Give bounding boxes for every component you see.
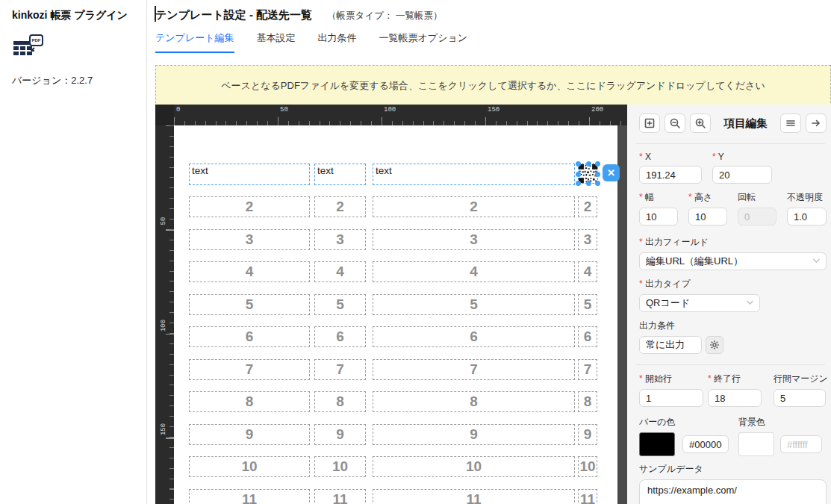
template-item-text-1[interactable]: text: [189, 164, 310, 185]
field-cell-row-2[interactable]: 2: [578, 196, 597, 217]
tab-basic-settings[interactable]: 基本設定: [257, 31, 296, 53]
field-cell-row-8[interactable]: 8: [314, 391, 366, 412]
bar-color-input[interactable]: [682, 435, 729, 453]
field-cell-row-7[interactable]: 7: [189, 359, 310, 380]
template-item-text-2[interactable]: text: [314, 164, 366, 185]
field-cell-row-11[interactable]: 11: [314, 489, 366, 504]
main-area: テンプレート設定 - 配送先一覧 （帳票タイプ： 一覧帳票） テンプレート編集 …: [148, 0, 831, 504]
output-condition-label: 出力条件: [639, 320, 723, 332]
field-cell-row-9[interactable]: 9: [373, 424, 575, 445]
bg-color-label: 背景色: [738, 416, 827, 429]
zoom-in-button[interactable]: [690, 113, 711, 133]
field-cell-row-8[interactable]: 8: [373, 391, 575, 412]
resize-handle-sw[interactable]: [576, 181, 581, 186]
field-cell-row-5[interactable]: 5: [314, 294, 366, 315]
field-cell-row-7[interactable]: 7: [373, 359, 575, 380]
field-cell-row-6[interactable]: 6: [189, 326, 310, 347]
field-cell-row-7[interactable]: 7: [578, 359, 597, 380]
bg-color-input[interactable]: [780, 435, 822, 453]
panel-menu-button[interactable]: [780, 113, 801, 133]
field-cell-row-11[interactable]: 11: [373, 489, 575, 504]
resize-handle-w[interactable]: [576, 172, 581, 177]
fit-view-button[interactable]: [639, 113, 660, 133]
sample-data-textarea[interactable]: https://example.com/: [639, 479, 827, 504]
field-cell-row-2[interactable]: 2: [189, 196, 310, 217]
field-cell-row-11[interactable]: 11: [578, 489, 597, 504]
bg-color-swatch[interactable]: [738, 432, 774, 456]
resize-handle-n[interactable]: [586, 161, 591, 167]
field-cell-row-6[interactable]: 6: [373, 326, 575, 347]
field-cell-row-9[interactable]: 9: [189, 424, 310, 445]
pdf-upload-dropzone[interactable]: ベースとなるPDFファイルを変更する場合、ここをクリックして選択するか、ここにド…: [155, 65, 831, 107]
field-cell-row-3[interactable]: 3: [314, 229, 366, 250]
end-row-input[interactable]: [708, 389, 762, 407]
field-cell-row-6[interactable]: 6: [314, 326, 366, 347]
field-cell-row-10[interactable]: 10: [314, 456, 366, 477]
field-cell-row-4[interactable]: 4: [314, 261, 366, 282]
y-input[interactable]: [712, 166, 772, 184]
field-cell-row-2[interactable]: 2: [373, 196, 575, 217]
resize-handle-nw[interactable]: [576, 161, 581, 167]
field-cell-row-9[interactable]: 9: [578, 424, 597, 445]
field-cell-row-5[interactable]: 5: [373, 294, 575, 315]
field-cell-row-7[interactable]: 7: [314, 359, 366, 380]
resize-handle-e[interactable]: [595, 172, 600, 177]
field-cell-row-3[interactable]: 3: [373, 229, 575, 250]
pdf-page[interactable]: text text text: [174, 125, 617, 504]
field-cell-row-4[interactable]: 4: [189, 261, 310, 282]
field-cell-row-11[interactable]: 11: [189, 489, 310, 504]
form-type-note: （帳票タイプ： 一覧帳票）: [327, 10, 442, 22]
main-header: テンプレート設定 - 配送先一覧 （帳票タイプ： 一覧帳票）: [148, 0, 831, 22]
ruler-corner: [155, 105, 174, 125]
output-condition-value[interactable]: [639, 336, 702, 354]
delete-item-button[interactable]: ✕: [603, 164, 620, 181]
rotation-label: 回転: [738, 191, 776, 204]
bar-color-label: バーの色: [639, 416, 738, 429]
field-cell-row-5[interactable]: 5: [578, 294, 597, 315]
row-margin-input[interactable]: [774, 389, 826, 407]
template-item-text-3[interactable]: text: [373, 164, 575, 185]
field-cell-row-10[interactable]: 10: [189, 456, 310, 477]
template-item-qr-code[interactable]: [578, 164, 598, 184]
resize-handle-s[interactable]: [586, 181, 591, 186]
item-edit-panel: 項目編集 X Y: [627, 105, 831, 504]
width-input[interactable]: [639, 208, 678, 225]
panel-divider: [636, 364, 825, 365]
start-row-input[interactable]: [639, 389, 703, 407]
output-field-select[interactable]: [639, 252, 827, 270]
x-input[interactable]: [639, 166, 702, 184]
field-cell-row-10[interactable]: 10: [578, 456, 597, 477]
output-field-value[interactable]: [639, 252, 827, 270]
resize-handle-ne[interactable]: [595, 161, 600, 167]
h-ruler-label: 150: [488, 106, 499, 113]
zoom-out-button[interactable]: [665, 113, 685, 133]
field-cell-row-8[interactable]: 8: [578, 391, 597, 412]
svg-text:PDF: PDF: [32, 38, 41, 43]
height-input[interactable]: [688, 208, 727, 225]
output-type-value[interactable]: [639, 294, 760, 312]
field-cell-row-9[interactable]: 9: [314, 424, 366, 445]
tab-list-form-options[interactable]: 一覧帳票オプション: [379, 31, 468, 53]
field-cell-row-3[interactable]: 3: [578, 229, 597, 250]
output-type-select[interactable]: [639, 294, 760, 312]
fit-view-icon: [644, 117, 656, 129]
field-cell-row-5[interactable]: 5: [189, 294, 310, 315]
output-field-label: 出力フィールド: [639, 236, 827, 249]
field-cell-row-6[interactable]: 6: [578, 326, 597, 347]
collapse-panel-button[interactable]: [806, 113, 827, 133]
field-cell-row-4[interactable]: 4: [373, 261, 575, 282]
field-cell-row-8[interactable]: 8: [189, 391, 310, 412]
h-ruler-label: 50: [280, 106, 288, 113]
output-condition-settings-button[interactable]: [706, 336, 723, 354]
bar-color-swatch[interactable]: [639, 432, 675, 456]
field-cell-row-4[interactable]: 4: [578, 261, 597, 282]
field-cell-row-10[interactable]: 10: [373, 456, 575, 477]
field-cell-row-2[interactable]: 2: [314, 196, 366, 217]
tab-template-edit[interactable]: テンプレート編集: [155, 31, 234, 53]
resize-handle-se[interactable]: [595, 181, 600, 186]
tab-output-conditions[interactable]: 出力条件: [318, 31, 357, 53]
template-canvas: 050100150200 50100150 text text text: [155, 105, 627, 504]
version-label: バージョン：2.2.7: [12, 74, 134, 87]
opacity-input[interactable]: [787, 208, 827, 225]
field-cell-row-3[interactable]: 3: [189, 229, 310, 250]
